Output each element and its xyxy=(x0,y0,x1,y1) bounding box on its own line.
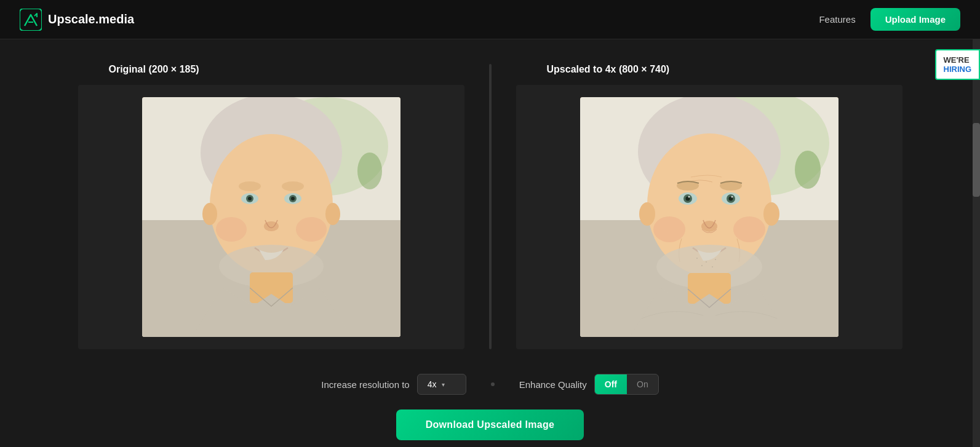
svg-point-42 xyxy=(701,265,703,266)
enhance-quality-toggle[interactable]: Off On xyxy=(594,374,659,395)
toggle-on-option[interactable]: On xyxy=(627,374,658,394)
resolution-select[interactable]: 4x ▾ xyxy=(417,374,466,395)
original-image-container xyxy=(78,85,464,349)
svg-point-41 xyxy=(715,259,716,260)
svg-point-17 xyxy=(296,217,327,242)
divider-dot xyxy=(491,382,495,386)
panel-divider xyxy=(489,64,492,349)
hiring-were: WE'RE xyxy=(944,55,972,65)
svg-point-44 xyxy=(653,216,685,242)
svg-point-12 xyxy=(248,197,252,200)
logo-text: Upscale.media xyxy=(48,12,134,26)
upscaled-portrait-svg xyxy=(580,97,839,337)
hiring-badge[interactable]: WE'RE HIRING xyxy=(935,49,981,80)
controls-section: Increase resolution to 4x ▾ Enhance Qual… xyxy=(37,374,943,440)
scrollbar-thumb[interactable] xyxy=(973,123,980,197)
upscaled-panel: Upscaled to 4x (800 × 740) xyxy=(516,64,902,349)
svg-point-40 xyxy=(706,261,707,263)
resolution-group: Increase resolution to 4x ▾ xyxy=(321,374,466,395)
hiring-text: HIRING xyxy=(944,65,972,74)
svg-point-6 xyxy=(239,181,261,191)
upload-image-button[interactable]: Upload Image xyxy=(870,8,960,31)
quality-label: Enhance Quality xyxy=(519,379,587,390)
comparison-section: Original (200 × 185) xyxy=(78,64,902,349)
toggle-off-option[interactable]: Off xyxy=(595,374,627,394)
svg-point-45 xyxy=(733,216,765,242)
logo-icon xyxy=(20,9,42,31)
svg-point-47 xyxy=(763,202,779,226)
features-link[interactable]: Features xyxy=(819,14,855,25)
svg-point-36 xyxy=(731,196,733,198)
svg-point-49 xyxy=(795,151,821,189)
main-content: Original (200 × 185) xyxy=(0,39,980,447)
original-label: Original (200 × 185) xyxy=(78,64,464,75)
upscaled-label: Upscaled to 4x (800 × 740) xyxy=(516,64,902,75)
svg-point-16 xyxy=(216,217,247,242)
original-image xyxy=(142,97,400,337)
svg-point-35 xyxy=(688,196,690,198)
svg-point-19 xyxy=(325,203,340,225)
logo-area: Upscale.media xyxy=(20,9,134,31)
upscaled-image xyxy=(580,97,839,337)
svg-point-43 xyxy=(712,266,713,267)
upscaled-image-container xyxy=(516,85,902,349)
resolution-value: 4x xyxy=(428,379,437,389)
nav-right: Features Upload Image xyxy=(819,8,960,31)
svg-point-39 xyxy=(696,258,698,259)
original-panel: Original (200 × 185) xyxy=(78,64,464,349)
svg-point-21 xyxy=(357,152,382,189)
original-portrait-svg xyxy=(142,97,400,337)
svg-rect-0 xyxy=(20,9,42,31)
svg-point-18 xyxy=(202,203,217,225)
controls-row: Increase resolution to 4x ▾ Enhance Qual… xyxy=(321,374,658,395)
download-upscaled-button[interactable]: Download Upscaled Image xyxy=(396,409,584,440)
svg-point-13 xyxy=(291,197,295,200)
svg-point-7 xyxy=(282,181,304,191)
quality-group: Enhance Quality Off On xyxy=(519,374,659,395)
chevron-down-icon: ▾ xyxy=(442,381,445,388)
svg-point-46 xyxy=(639,202,655,226)
resolution-label: Increase resolution to xyxy=(321,379,409,390)
header: Upscale.media Features Upload Image xyxy=(0,0,980,39)
